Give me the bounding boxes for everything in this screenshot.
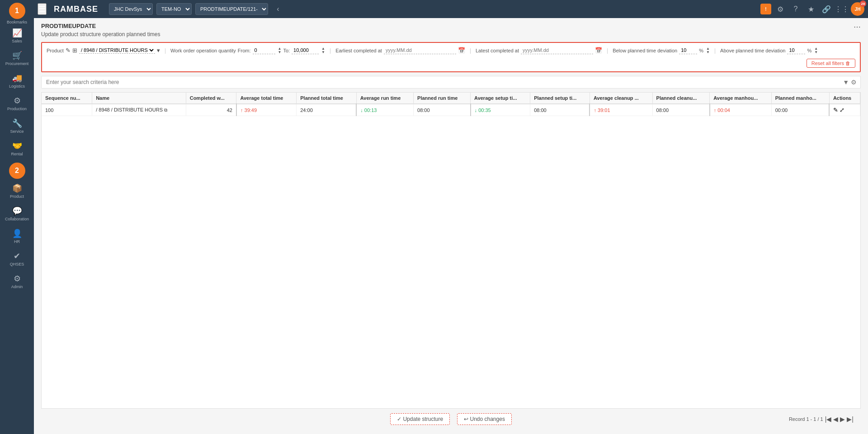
sidebar-item-production[interactable]: ⚙ Production bbox=[0, 92, 34, 115]
from-spinner[interactable]: ▲ ▼ bbox=[278, 47, 282, 54]
qhses-label: QHSES bbox=[10, 262, 24, 266]
below-down-btn[interactable]: ▼ bbox=[706, 51, 710, 54]
filter-icon-button[interactable]: ▼ bbox=[843, 79, 849, 86]
cell-planned-total: 24:00 bbox=[297, 104, 357, 116]
search-actions: ▼ ⚙ bbox=[843, 79, 860, 86]
cell-planned-cleanup: 08:00 bbox=[652, 104, 710, 116]
hr-label: HR bbox=[14, 239, 20, 244]
name-link-icon[interactable]: ⧉ bbox=[164, 107, 167, 112]
more-options-button[interactable]: ⋯ bbox=[854, 23, 861, 31]
cell-avg-cleanup: 39:01 bbox=[590, 104, 652, 116]
to-down-btn[interactable]: ▼ bbox=[321, 51, 325, 54]
sidebar-item-procurement[interactable]: 🛒 Procurement bbox=[0, 47, 34, 70]
company-selector[interactable]: JHC DevSys bbox=[109, 3, 153, 15]
user-avatar[interactable]: JH 28 bbox=[851, 2, 864, 16]
sidebar-item-product[interactable]: 📦 Product bbox=[0, 180, 34, 202]
latest-calendar-icon[interactable]: 📅 bbox=[595, 47, 602, 54]
from-down-btn[interactable]: ▼ bbox=[278, 51, 282, 54]
earliest-filter-group: Earliest completed at 📅 bbox=[335, 47, 465, 54]
sidebar-item-logistics[interactable]: 🚚 Logistics bbox=[0, 70, 34, 92]
sidebar-item-service[interactable]: 🔧 Service bbox=[0, 115, 34, 137]
cell-sequence: 100 bbox=[42, 104, 92, 116]
earliest-input[interactable] bbox=[384, 47, 456, 54]
reset-filters-button[interactable]: Reset all filters 🗑 bbox=[807, 59, 855, 68]
col-avg-run: Average run time bbox=[356, 93, 413, 104]
step-1-badge[interactable]: 1 bbox=[9, 3, 25, 19]
product-lookup-icon[interactable]: ⊞ bbox=[72, 47, 77, 54]
path-selector[interactable]: PRODTIMEUPDATE/121- bbox=[195, 3, 268, 15]
bottom-bar: ✓ Update structure ↩ Undo changes Record… bbox=[41, 409, 861, 429]
sidebar-item-hr[interactable]: 👤 HR bbox=[0, 225, 34, 247]
topbar: ☰ RAMBASE JHC DevSys TEM-NO PRODTIMEUPDA… bbox=[34, 0, 868, 18]
latest-input[interactable] bbox=[521, 47, 593, 54]
next-page-button[interactable]: ▶ bbox=[840, 415, 845, 423]
cell-actions: ✎ ⤢ bbox=[829, 104, 860, 116]
last-page-button[interactable]: ▶| bbox=[847, 415, 854, 423]
work-order-filter-group: Work order operation quantity From: ▲ ▼ … bbox=[170, 47, 325, 54]
trend-down-icon bbox=[475, 107, 477, 113]
menu-button[interactable]: ☰ bbox=[38, 3, 47, 15]
product-filter-select[interactable]: / 8948 / DISTRIBUTE HOURS bbox=[79, 47, 155, 54]
search-input[interactable] bbox=[42, 76, 843, 88]
edit-action-button[interactable]: ✎ bbox=[833, 107, 838, 113]
sidebar-item-rental[interactable]: 🤝 Rental bbox=[0, 137, 34, 160]
product-icon: 📦 bbox=[12, 183, 22, 193]
sidebar-item-qhses[interactable]: ✔ QHSES bbox=[0, 247, 34, 270]
to-spinner[interactable]: ▲ ▼ bbox=[321, 47, 325, 54]
below-input[interactable] bbox=[679, 47, 697, 54]
col-planned-setup: Planned setup ti... bbox=[530, 93, 590, 104]
logo: RAMBASE bbox=[54, 5, 98, 14]
from-input[interactable] bbox=[253, 47, 275, 54]
topbar-right: ! ⚙ ? ★ 🔗 ⋮⋮ JH 28 bbox=[760, 2, 864, 16]
step-2-badge[interactable]: 2 bbox=[9, 163, 25, 179]
open-action-button[interactable]: ⤢ bbox=[840, 107, 844, 113]
earliest-calendar-icon[interactable]: 📅 bbox=[458, 47, 465, 54]
service-icon: 🔧 bbox=[12, 118, 22, 128]
rental-label: Rental bbox=[11, 152, 23, 156]
cell-planned-setup: 08:00 bbox=[530, 104, 590, 116]
col-planned-cleanup: Planned cleanu... bbox=[652, 93, 710, 104]
sales-label: Sales bbox=[12, 39, 22, 43]
sidebar-item-admin[interactable]: ⚙ Admin bbox=[0, 270, 34, 293]
col-actions: Actions bbox=[829, 93, 860, 104]
help-icon-button[interactable]: ? bbox=[789, 3, 802, 15]
from-label: From: bbox=[238, 48, 251, 53]
logistics-label: Logistics bbox=[9, 84, 25, 89]
cell-name: / 8948 / DISTRIBUTE HOURS ⧉ bbox=[92, 104, 186, 116]
above-down-btn[interactable]: ▼ bbox=[814, 51, 818, 54]
favorites-icon-button[interactable]: ★ bbox=[805, 3, 817, 15]
service-label: Service bbox=[10, 129, 24, 134]
settings-icon-button[interactable]: ⚙ bbox=[774, 3, 787, 15]
template-selector[interactable]: TEM-NO bbox=[156, 3, 192, 15]
product-edit-icon[interactable]: ✎ bbox=[66, 47, 71, 54]
procurement-icon: 🛒 bbox=[12, 51, 22, 61]
rental-icon: 🤝 bbox=[12, 141, 22, 151]
first-page-button[interactable]: |◀ bbox=[825, 415, 832, 423]
procurement-label: Procurement bbox=[5, 61, 29, 66]
table-header-row: Sequence nu... Name Completed w... Avera… bbox=[42, 93, 860, 104]
sidebar-item-collaboration[interactable]: 💬 Collaboration bbox=[0, 202, 34, 225]
above-spinner[interactable]: ▲ ▼ bbox=[814, 47, 818, 54]
product-dropdown-icon[interactable]: ▾ bbox=[157, 47, 160, 54]
col-planned-manhour: Planned manho... bbox=[771, 93, 829, 104]
col-avg-manhour: Average manhou... bbox=[710, 93, 771, 104]
table-wrapper: Sequence nu... Name Completed w... Avera… bbox=[41, 92, 861, 409]
to-input[interactable] bbox=[292, 47, 319, 54]
prev-page-button[interactable]: ◀ bbox=[833, 415, 838, 423]
sidebar-item-sales[interactable]: 📈 Sales bbox=[0, 24, 34, 47]
grid-icon-button[interactable]: ⋮⋮ bbox=[835, 3, 848, 15]
above-input[interactable] bbox=[787, 47, 805, 54]
cell-completed: 42 bbox=[186, 104, 236, 116]
settings-icon-button[interactable]: ⚙ bbox=[851, 79, 857, 86]
alert-badge[interactable]: ! bbox=[760, 4, 771, 14]
trend-down-icon bbox=[360, 107, 363, 113]
trend-up-icon bbox=[594, 107, 596, 113]
above-label: Above planned time deviation bbox=[720, 48, 785, 53]
product-label: Product bbox=[10, 194, 24, 199]
link-icon-button[interactable]: 🔗 bbox=[820, 3, 833, 15]
undo-changes-button[interactable]: ↩ Undo changes bbox=[457, 413, 512, 425]
path-collapse-button[interactable]: ‹ bbox=[272, 3, 284, 15]
filter-bar: Product ✎ ⊞ / 8948 / DISTRIBUTE HOURS ▾ … bbox=[41, 42, 861, 72]
update-structure-button[interactable]: ✓ Update structure bbox=[390, 413, 450, 425]
below-spinner[interactable]: ▲ ▼ bbox=[706, 47, 710, 54]
